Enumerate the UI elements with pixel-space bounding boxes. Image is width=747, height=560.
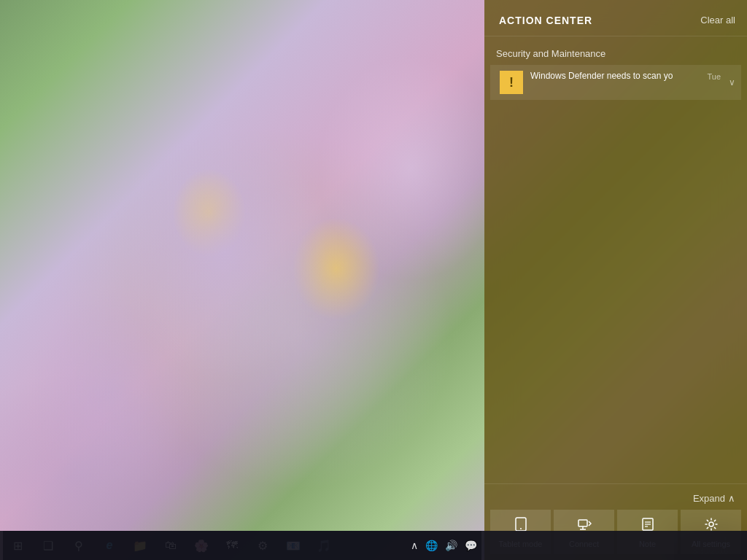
defender-notification[interactable]: ! Windows Defender needs to scan yo Tue … — [490, 65, 741, 100]
taskbar-right — [484, 531, 747, 560]
notification-text: Windows Defender needs to scan yo — [530, 71, 691, 81]
warning-icon: ! — [500, 71, 523, 94]
chevron-down-icon: ∨ — [729, 77, 735, 88]
action-center-panel: ACTION CENTER Clear all Security and Mai… — [484, 0, 747, 560]
network-tray-icon[interactable]: 🌐 — [424, 538, 439, 553]
notification-time: Tue — [707, 72, 721, 81]
system-tray: ∧ 🌐 🔊 💬 — [3, 531, 484, 560]
security-maintenance-label: Security and Maintenance — [490, 45, 741, 65]
volume-tray-icon[interactable]: 🔊 — [444, 538, 459, 553]
action-center-header: ACTION CENTER Clear all — [484, 0, 747, 36]
notification-tray-icon[interactable]: 💬 — [463, 538, 479, 553]
svg-point-9 — [709, 522, 713, 526]
tray-expand-icon[interactable]: ∧ — [409, 538, 419, 553]
action-center-title: ACTION CENTER — [499, 15, 592, 26]
svg-rect-2 — [578, 520, 587, 526]
notifications-area: Security and Maintenance ! Windows Defen… — [484, 36, 747, 483]
svg-point-1 — [520, 528, 522, 529]
expand-label: Expand — [693, 493, 725, 504]
expand-chevron-icon: ∧ — [728, 493, 735, 504]
expand-row: Expand ∧ — [490, 490, 741, 510]
notification-content: Windows Defender needs to scan yo — [530, 71, 735, 81]
clear-all-button[interactable]: Clear all — [700, 12, 735, 28]
expand-button[interactable]: Expand ∧ — [693, 493, 735, 504]
